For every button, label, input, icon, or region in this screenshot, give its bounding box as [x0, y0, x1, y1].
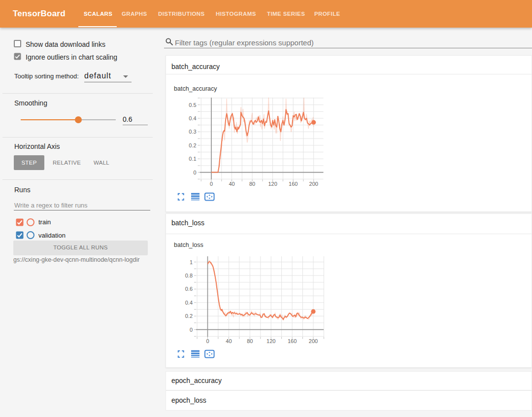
svg-text:0.2: 0.2 [185, 313, 193, 319]
svg-text:80: 80 [249, 181, 255, 187]
svg-text:40: 40 [229, 181, 234, 187]
svg-text:40: 40 [226, 338, 232, 344]
svg-text:0.3: 0.3 [189, 129, 196, 135]
svg-text:1: 1 [190, 259, 193, 265]
svg-text:0: 0 [210, 181, 213, 187]
svg-text:0.2: 0.2 [189, 142, 196, 148]
svg-text:0.6: 0.6 [185, 286, 193, 292]
svg-text:0: 0 [193, 170, 196, 175]
svg-text:0: 0 [190, 327, 193, 333]
svg-text:200: 200 [309, 181, 318, 187]
svg-text:0.4: 0.4 [185, 300, 193, 306]
svg-text:0.5: 0.5 [189, 102, 196, 108]
svg-text:0.4: 0.4 [189, 115, 196, 121]
svg-text:200: 200 [309, 338, 318, 344]
svg-text:160: 160 [289, 181, 298, 187]
svg-text:0.8: 0.8 [185, 273, 193, 278]
svg-text:120: 120 [268, 181, 277, 187]
svg-text:0: 0 [206, 338, 209, 344]
svg-text:160: 160 [288, 338, 297, 344]
svg-text:80: 80 [247, 338, 253, 344]
svg-text:120: 120 [266, 338, 275, 344]
svg-text:0.1: 0.1 [189, 156, 196, 162]
